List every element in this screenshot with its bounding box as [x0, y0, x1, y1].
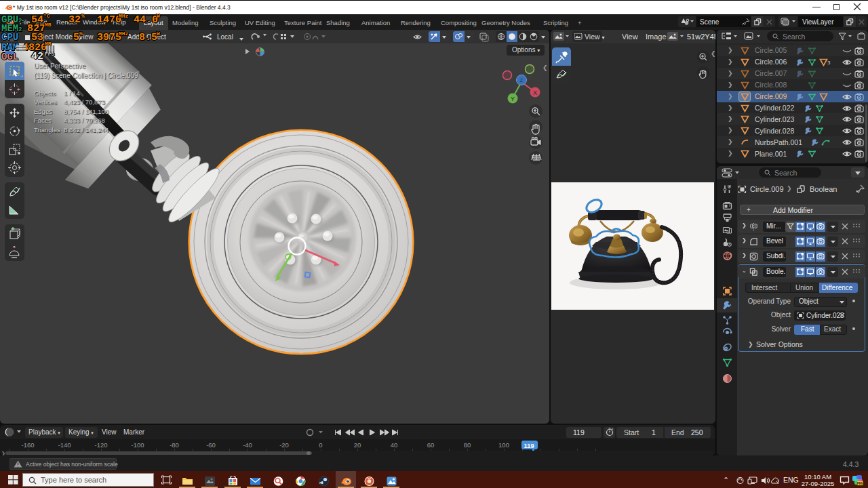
svg-text:X: X — [533, 89, 537, 96]
svg-text:Z: Z — [520, 78, 524, 83]
svg-text:Y: Y — [511, 96, 515, 102]
svg-text:PRE: PRE — [857, 482, 863, 485]
